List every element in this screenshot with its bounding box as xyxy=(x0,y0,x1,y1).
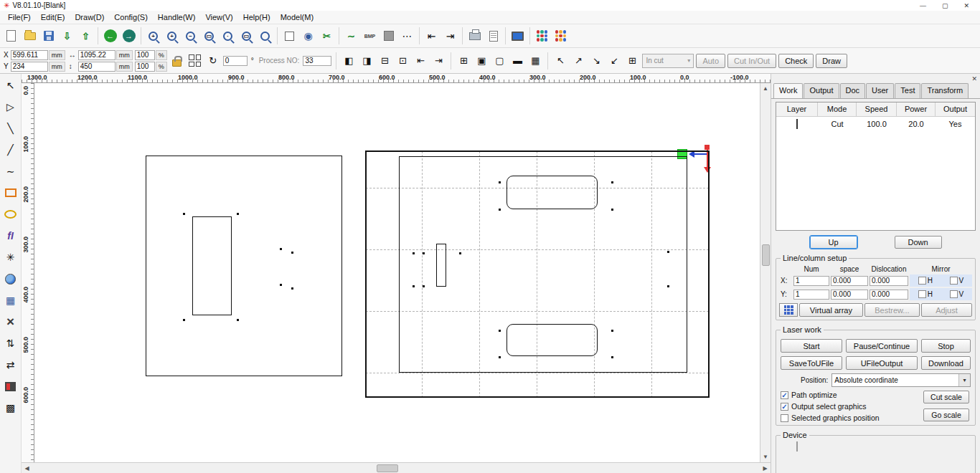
scroll-right-button[interactable]: ▶ xyxy=(760,463,771,473)
part-b-cutout-bottom[interactable] xyxy=(507,324,598,356)
process-no-input[interactable]: 33 xyxy=(303,56,331,66)
tab-transform[interactable]: Transform xyxy=(921,83,969,98)
tab-output[interactable]: Output xyxy=(804,83,839,98)
line-tool[interactable]: ╲ xyxy=(1,118,20,138)
shape-dot[interactable] xyxy=(611,181,613,183)
fill-icon[interactable]: ▬ xyxy=(509,53,525,69)
v-scroll-thumb[interactable] xyxy=(762,244,770,266)
flip-vertical-icon[interactable]: ◨ xyxy=(359,53,374,69)
bmp-icon[interactable]: BMP xyxy=(361,27,379,44)
dot-grid-tool[interactable]: ▩ xyxy=(1,398,20,418)
page-grid-icon[interactable] xyxy=(187,53,203,69)
h-scroll-thumb[interactable] xyxy=(377,464,398,472)
mirror-horizontal-tool[interactable]: ⇄ xyxy=(1,355,20,375)
zoom-select-icon[interactable]: ▭ xyxy=(200,27,218,44)
same-height-icon[interactable]: ⊡ xyxy=(395,53,410,69)
menu-draw[interactable]: Draw(D) xyxy=(70,11,109,23)
shape-dot[interactable] xyxy=(280,248,282,250)
v-scrollbar[interactable]: ▲ ▼ xyxy=(760,83,771,462)
zoom-out-icon[interactable]: − xyxy=(182,27,199,44)
delete-tool[interactable]: × xyxy=(1,312,20,332)
menu-view[interactable]: View(V) xyxy=(200,11,237,23)
part-a-slot[interactable] xyxy=(192,216,232,315)
part-b-cutout-top[interactable] xyxy=(507,176,598,209)
tab-test[interactable]: Test xyxy=(895,83,920,98)
up-button[interactable]: Up xyxy=(810,236,857,249)
output-select-graphics-checkbox[interactable]: ✓ xyxy=(781,403,788,411)
export-icon[interactable]: ⇧ xyxy=(77,27,95,44)
in-cut-select[interactable]: In cut▾ xyxy=(642,54,694,68)
curve-tool[interactable]: ∼ xyxy=(1,161,20,181)
zoom-page-icon[interactable]: ▭ xyxy=(237,27,255,44)
shape-dot[interactable] xyxy=(413,252,415,254)
anchor-center-icon[interactable]: ⊞ xyxy=(624,53,640,69)
draw-button[interactable]: Draw xyxy=(816,54,847,68)
virtual-array-button[interactable]: Virtual array xyxy=(799,303,863,317)
shape-dot[interactable] xyxy=(183,213,185,215)
x-mirror-h-checkbox[interactable] xyxy=(918,277,926,285)
shape-dot[interactable] xyxy=(499,330,501,332)
start-button[interactable]: Start xyxy=(781,339,842,353)
adjust-button[interactable]: Adjust xyxy=(921,303,972,317)
shape-dot[interactable] xyxy=(291,252,293,254)
path-optimize-checkbox[interactable]: ✓ xyxy=(781,391,788,399)
y-num-input[interactable]: 1 xyxy=(793,290,829,300)
monitor-icon[interactable] xyxy=(509,27,527,44)
simulate-icon[interactable] xyxy=(533,27,551,44)
check-button[interactable]: Check xyxy=(778,54,814,68)
shape-dot[interactable] xyxy=(237,213,239,215)
shape-dot[interactable] xyxy=(611,330,613,332)
y-space-input[interactable]: 0.000 xyxy=(831,290,868,300)
scroll-left-button[interactable]: ◀ xyxy=(22,463,32,473)
v-space-icon[interactable]: ⇥ xyxy=(441,27,459,44)
x-dislocation-input[interactable]: 0.000 xyxy=(870,276,908,286)
minimize-button[interactable]: — xyxy=(920,2,926,9)
array-copy-icon[interactable]: ▦ xyxy=(527,53,543,69)
shape-dot[interactable] xyxy=(413,285,415,287)
y-mirror-v-checkbox[interactable] xyxy=(950,290,958,298)
device-select[interactable] xyxy=(796,441,798,452)
y-dislocation-input[interactable]: 0.000 xyxy=(870,290,908,300)
anchor-top-left-icon[interactable]: ↖ xyxy=(552,53,568,69)
menu-file[interactable]: File(F) xyxy=(3,11,36,23)
anchor-bottom-right-icon[interactable]: ↘ xyxy=(588,53,604,69)
y-input[interactable]: 234 xyxy=(11,62,48,72)
shape-dot[interactable] xyxy=(611,209,613,211)
node-edit-tool[interactable]: ▷ xyxy=(1,97,20,117)
new-icon[interactable] xyxy=(2,27,20,44)
zoom-view-icon[interactable] xyxy=(256,27,274,44)
select-tool[interactable]: ↖ xyxy=(1,75,20,95)
array-preview-button[interactable] xyxy=(779,303,798,317)
shape-dot[interactable] xyxy=(291,287,293,290)
scale-y-input[interactable]: 100 xyxy=(135,62,155,72)
rotate-input[interactable]: 0 xyxy=(223,56,248,66)
open-icon[interactable] xyxy=(21,27,39,44)
flip-horizontal-icon[interactable]: ◧ xyxy=(341,53,357,69)
x-num-input[interactable]: 1 xyxy=(793,276,829,286)
x-space-input[interactable]: 0.000 xyxy=(831,276,868,286)
same-width-icon[interactable]: ⊟ xyxy=(377,53,392,69)
ungroup-icon[interactable]: ▢ xyxy=(491,53,507,69)
weld-icon[interactable]: ⊞ xyxy=(456,53,471,69)
cut-tool-icon[interactable]: ✂ xyxy=(318,27,336,44)
simulate-output-icon[interactable] xyxy=(552,27,570,44)
lock-ratio-icon[interactable] xyxy=(169,53,185,69)
rectangle-tool[interactable] xyxy=(1,183,20,203)
undo-icon[interactable]: ← xyxy=(101,27,119,44)
auto-button[interactable]: Auto xyxy=(696,54,725,68)
ufile-output-button[interactable]: UFileOutput xyxy=(846,356,918,370)
shape-dot[interactable] xyxy=(459,252,461,254)
position-select[interactable]: Absolute coordinate ▾ xyxy=(831,373,971,387)
menu-help[interactable]: Help(H) xyxy=(238,11,275,23)
panel-close-button[interactable]: ✕ xyxy=(971,75,977,82)
wave-icon[interactable]: ∼ xyxy=(342,27,360,44)
x-mirror-v-checkbox[interactable] xyxy=(950,277,958,285)
preview-icon[interactable] xyxy=(484,27,502,44)
select-box-icon[interactable] xyxy=(281,27,298,44)
selected-graphics-position-checkbox[interactable] xyxy=(781,414,788,422)
mirror-vertical-tool[interactable]: ⇅ xyxy=(1,333,20,353)
shape-dot[interactable] xyxy=(667,251,669,253)
height-input[interactable]: 450 xyxy=(78,62,116,72)
polyline-tool[interactable]: ╱ xyxy=(1,140,20,160)
stop-button[interactable]: Stop xyxy=(921,339,971,353)
